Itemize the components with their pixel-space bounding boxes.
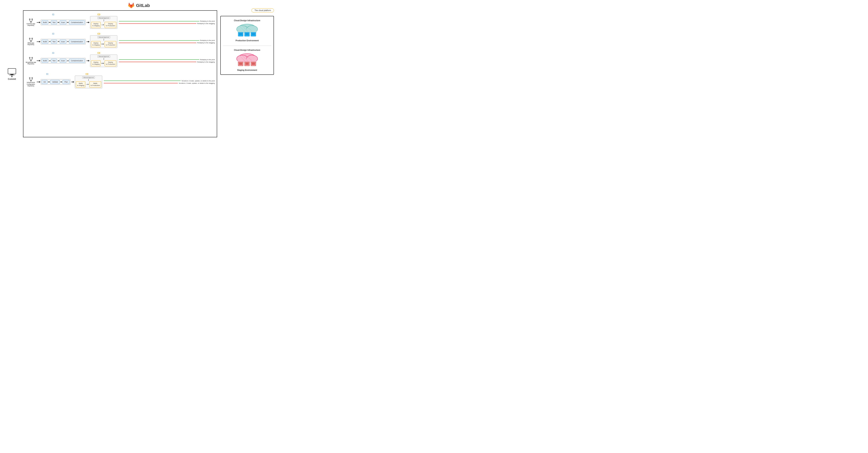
staging-env-name: Staging Environment: [237, 69, 257, 71]
billing-repo-label: Billing-appRepository: [28, 42, 34, 46]
svg-rect-34: [239, 34, 242, 34]
svg-rect-38: [245, 35, 249, 35]
svg-rect-0: [8, 68, 16, 74]
cd-section-2: Manual Approval Deployto Staging Deployt…: [90, 35, 117, 48]
prod-infra-icon: [234, 23, 260, 39]
commit-area: Commit: [4, 10, 20, 137]
svg-rect-57: [245, 64, 249, 65]
init-stage: Init: [42, 80, 48, 84]
billing-row: CI CD: [25, 33, 215, 48]
infrastructure-repo-label: Infrastructure ConfigurationRepository: [25, 82, 36, 87]
svg-rect-29: [238, 29, 256, 33]
cd-section-4: Manual Approval Applyto Staging Applyto …: [75, 75, 102, 88]
red-line-1: [119, 24, 196, 24]
cd-stages-2: Deployto Staging Deployto Production: [91, 41, 116, 47]
prod-env-name: Production Environment: [236, 39, 259, 42]
svg-point-5: [29, 19, 30, 20]
manual-line-2: [103, 39, 104, 41]
build-stage-2: Build: [42, 40, 48, 44]
arrow-ci-cd-1: [87, 22, 89, 23]
manual-approval-3: Manual Approval: [97, 55, 110, 58]
svg-point-17: [32, 57, 33, 58]
ci-stages-3: Build Test Scan Containerization: [41, 58, 86, 64]
terraform-lines: Terraform: Create, update, or delete to …: [104, 80, 215, 84]
api-gateway-repo-label: Api-gateway-appRepository: [26, 62, 36, 65]
red-line-4: [104, 83, 178, 83]
staging-infra-icon: [234, 53, 260, 68]
svg-rect-59: [252, 64, 255, 64]
svg-rect-36: [245, 33, 249, 34]
test-stage-3: Test: [51, 59, 57, 63]
plan-stage: Plan: [63, 80, 69, 84]
cd-section-3: Manual Approval Deployto Staging Deployt…: [90, 55, 117, 67]
svg-point-6: [32, 19, 33, 20]
ci-label-2: CI: [25, 33, 81, 35]
inventory-repo-label: Inventory-appRepository: [27, 23, 35, 26]
svg-rect-58: [252, 63, 255, 63]
scan-stage-1: Scan: [60, 21, 66, 24]
arrow-4: [37, 82, 40, 82]
svg-rect-35: [239, 35, 242, 35]
prod-infra-title: Cloud-Design Infrastructure: [234, 20, 260, 22]
api-gateway-row: CI CD: [25, 52, 215, 67]
redeploy-lines-3: Redeploy to the prod Redeploy to the sta…: [119, 59, 215, 63]
staging-env-block: Cloud-Design Infrastructure: [223, 49, 271, 71]
manual-approval-1: Manual Approval: [97, 17, 110, 19]
svg-rect-2: [9, 75, 14, 75]
manual-line-3: [103, 58, 104, 60]
arrow-ci-cd-2: [87, 41, 89, 42]
infrastructure-repo: Infrastructure ConfigurationRepository: [25, 77, 36, 87]
gitlab-header: GitLab: [0, 0, 278, 10]
deploy-production-2: Deployto Production: [104, 41, 116, 47]
svg-point-16: [29, 57, 30, 58]
billing-repo: Billing-appRepository: [25, 38, 36, 46]
ci-label-1: CI: [25, 13, 81, 16]
arrow-3: [37, 61, 40, 61]
fork-icon-2: [29, 38, 33, 42]
cd-stages-3: Deployto Staging Deployto Production: [91, 60, 116, 66]
redeploy-lines-1: Redeploy to the prod Redeploy to the sta…: [119, 20, 215, 24]
ci-stages-4: Init Validate Plan: [41, 79, 70, 85]
svg-rect-1: [10, 74, 13, 75]
cd-label-3: CD: [81, 52, 117, 54]
arrow-2: [37, 41, 40, 42]
svg-rect-60: [252, 64, 255, 65]
redeploy-prod-1: Redeploy to the prod: [200, 20, 215, 22]
cloud-box: Cloud-Design Infrastructure: [220, 16, 274, 75]
containerization-stage-1: Containerization: [69, 21, 85, 24]
redeploy-staging-3: Redeploy to the stagging: [197, 61, 215, 63]
build-stage-3: Build: [42, 59, 48, 63]
containerization-stage-3: Containerization: [69, 59, 85, 63]
commit-label: Commit: [8, 78, 16, 80]
manual-line-4: [88, 79, 89, 81]
svg-point-21: [29, 77, 30, 78]
ci-stages-1: Build Test Scan Containerization: [41, 20, 86, 25]
svg-rect-37: [245, 34, 249, 34]
redeploy-prod-3: Redeploy to the prod: [200, 59, 215, 61]
svg-rect-41: [252, 35, 255, 35]
infrastructure-row: CI CD: [25, 73, 215, 88]
svg-point-12: [32, 38, 33, 39]
cd-stages-1: Deployto Staging Deployto Production: [91, 22, 116, 28]
svg-rect-55: [245, 63, 249, 63]
svg-rect-39: [252, 33, 255, 34]
redeploy-staging-2: Redeploy to the stagging: [197, 42, 215, 44]
green-line-3: [119, 59, 199, 60]
test-stage-2: Test: [51, 40, 57, 44]
terraform-prod: Terraform: Create, update, or delete to …: [181, 80, 215, 82]
monitor-icon: [7, 67, 17, 77]
pipeline-box: CI CD: [23, 10, 217, 137]
inventory-row: CI CD: [25, 13, 215, 29]
terraform-staging: Terraform: Create, update, or delete to …: [179, 82, 215, 84]
validate-stage: Validate: [50, 80, 60, 84]
svg-rect-53: [239, 64, 242, 64]
svg-rect-56: [245, 64, 249, 64]
ci-label-4: CI: [25, 73, 69, 75]
arrow-1: [37, 22, 40, 23]
svg-rect-52: [239, 63, 242, 63]
green-line-1: [119, 21, 199, 22]
svg-point-11: [29, 38, 30, 39]
apply-staging: Applyto Staging: [76, 82, 85, 88]
manual-approval-2: Manual Approval: [97, 36, 110, 38]
build-stage-1: Build: [42, 21, 48, 24]
